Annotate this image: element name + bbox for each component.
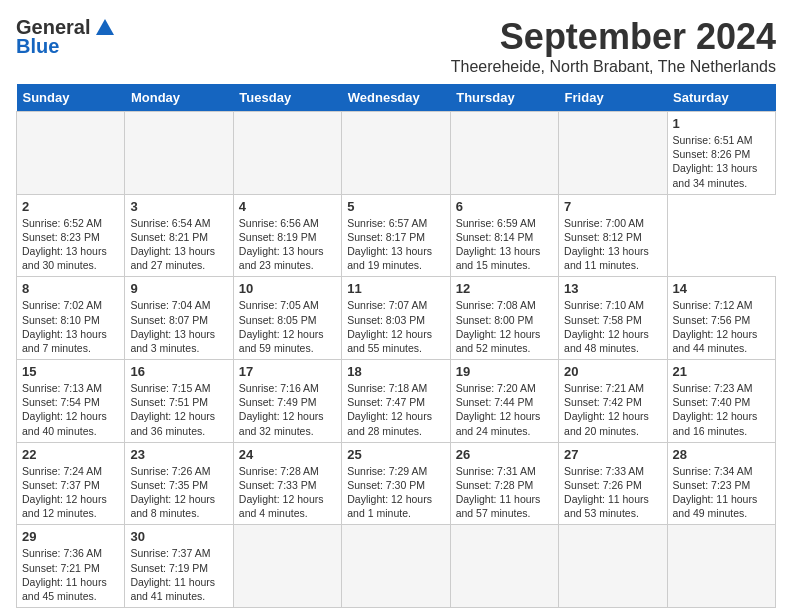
calendar-day-empty [450,112,558,195]
month-title: September 2024 [451,16,776,58]
calendar-day: 16Sunrise: 7:15 AMSunset: 7:51 PMDayligh… [125,360,233,443]
calendar-day: 11Sunrise: 7:07 AMSunset: 8:03 PMDayligh… [342,277,450,360]
calendar-day-empty [559,112,667,195]
calendar-week-row: 15Sunrise: 7:13 AMSunset: 7:54 PMDayligh… [17,360,776,443]
calendar-header: General Blue September 2024 Theereheide,… [16,16,776,76]
calendar-day: 24Sunrise: 7:28 AMSunset: 7:33 PMDayligh… [233,442,341,525]
calendar-day: 13Sunrise: 7:10 AMSunset: 7:58 PMDayligh… [559,277,667,360]
calendar-day: 30Sunrise: 7:37 AMSunset: 7:19 PMDayligh… [125,525,233,608]
calendar-day: 12Sunrise: 7:08 AMSunset: 8:00 PMDayligh… [450,277,558,360]
calendar-day-empty [342,112,450,195]
calendar-day-empty [233,112,341,195]
calendar-day-empty [667,525,775,608]
calendar-week-row: 1Sunrise: 6:51 AMSunset: 8:26 PMDaylight… [17,112,776,195]
calendar-day: 1Sunrise: 6:51 AMSunset: 8:26 PMDaylight… [667,112,775,195]
calendar-week-row: 29Sunrise: 7:36 AMSunset: 7:21 PMDayligh… [17,525,776,608]
calendar-day: 8Sunrise: 7:02 AMSunset: 8:10 PMDaylight… [17,277,125,360]
calendar-day: 26Sunrise: 7:31 AMSunset: 7:28 PMDayligh… [450,442,558,525]
calendar-header-row: SundayMondayTuesdayWednesdayThursdayFrid… [17,84,776,112]
calendar-day: 27Sunrise: 7:33 AMSunset: 7:26 PMDayligh… [559,442,667,525]
calendar-day: 20Sunrise: 7:21 AMSunset: 7:42 PMDayligh… [559,360,667,443]
calendar-day: 3Sunrise: 6:54 AMSunset: 8:21 PMDaylight… [125,194,233,277]
calendar-day: 19Sunrise: 7:20 AMSunset: 7:44 PMDayligh… [450,360,558,443]
logo-blue: Blue [16,35,59,58]
calendar-day-empty [125,112,233,195]
calendar-day: 23Sunrise: 7:26 AMSunset: 7:35 PMDayligh… [125,442,233,525]
day-of-week-header: Saturday [667,84,775,112]
calendar-day-empty [342,525,450,608]
calendar-day: 5Sunrise: 6:57 AMSunset: 8:17 PMDaylight… [342,194,450,277]
calendar-day: 10Sunrise: 7:05 AMSunset: 8:05 PMDayligh… [233,277,341,360]
calendar-day-empty [559,525,667,608]
day-of-week-header: Tuesday [233,84,341,112]
logo: General Blue [16,16,116,58]
calendar-day: 25Sunrise: 7:29 AMSunset: 7:30 PMDayligh… [342,442,450,525]
calendar-day: 4Sunrise: 6:56 AMSunset: 8:19 PMDaylight… [233,194,341,277]
calendar-day: 9Sunrise: 7:04 AMSunset: 8:07 PMDaylight… [125,277,233,360]
day-of-week-header: Thursday [450,84,558,112]
location-title: Theereheide, North Brabant, The Netherla… [451,58,776,76]
title-area: September 2024 Theereheide, North Braban… [451,16,776,76]
calendar-day: 18Sunrise: 7:18 AMSunset: 7:47 PMDayligh… [342,360,450,443]
svg-marker-0 [96,19,114,35]
calendar-day-empty [233,525,341,608]
day-of-week-header: Friday [559,84,667,112]
logo-icon [94,17,116,39]
calendar-day: 14Sunrise: 7:12 AMSunset: 7:56 PMDayligh… [667,277,775,360]
calendar-day: 29Sunrise: 7:36 AMSunset: 7:21 PMDayligh… [17,525,125,608]
calendar-week-row: 8Sunrise: 7:02 AMSunset: 8:10 PMDaylight… [17,277,776,360]
day-of-week-header: Monday [125,84,233,112]
day-of-week-header: Sunday [17,84,125,112]
calendar-table: SundayMondayTuesdayWednesdayThursdayFrid… [16,84,776,608]
calendar-day: 7Sunrise: 7:00 AMSunset: 8:12 PMDaylight… [559,194,667,277]
calendar-day: 21Sunrise: 7:23 AMSunset: 7:40 PMDayligh… [667,360,775,443]
calendar-day: 6Sunrise: 6:59 AMSunset: 8:14 PMDaylight… [450,194,558,277]
calendar-day: 2Sunrise: 6:52 AMSunset: 8:23 PMDaylight… [17,194,125,277]
calendar-week-row: 2Sunrise: 6:52 AMSunset: 8:23 PMDaylight… [17,194,776,277]
calendar-day: 17Sunrise: 7:16 AMSunset: 7:49 PMDayligh… [233,360,341,443]
calendar-day: 15Sunrise: 7:13 AMSunset: 7:54 PMDayligh… [17,360,125,443]
calendar-week-row: 22Sunrise: 7:24 AMSunset: 7:37 PMDayligh… [17,442,776,525]
calendar-day: 28Sunrise: 7:34 AMSunset: 7:23 PMDayligh… [667,442,775,525]
calendar-day-empty [450,525,558,608]
calendar-day: 22Sunrise: 7:24 AMSunset: 7:37 PMDayligh… [17,442,125,525]
day-of-week-header: Wednesday [342,84,450,112]
calendar-day-empty [17,112,125,195]
